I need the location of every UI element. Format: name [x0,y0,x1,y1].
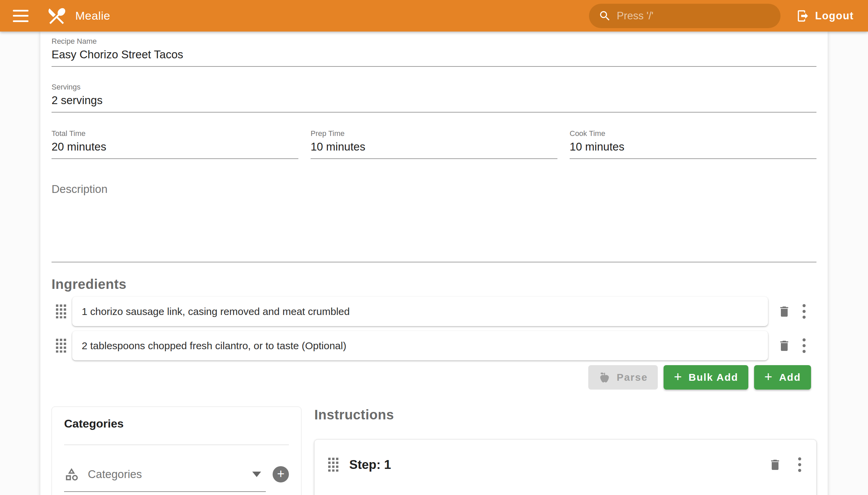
categories-select[interactable]: Categories + [64,466,289,484]
search-bar[interactable] [589,4,781,28]
apple-icon [598,371,611,383]
categories-select-label: Categories [88,468,252,481]
servings-label: Servings [52,82,816,92]
ingredient-menu-button[interactable] [801,303,807,320]
recipe-name-field[interactable]: Recipe Name Easy Chorizo Street Tacos [52,34,816,67]
plus-icon: + [674,370,682,383]
logout-label: Logout [815,10,854,22]
total-time-value[interactable]: 20 minutes [52,140,299,154]
delete-step-button[interactable] [768,458,782,472]
trash-icon [768,458,782,472]
total-time-label: Total Time [52,129,299,138]
instruction-step-card: Step: 1 Combine crumbled chorizo and chi… [314,439,816,495]
mealie-silverware-logo-icon [46,5,67,27]
drag-handle-icon[interactable] [56,305,66,319]
instructions-section: Instructions Step: 1 [314,407,816,495]
hamburger-menu-icon[interactable] [13,10,29,22]
drag-handle-icon[interactable] [56,339,66,353]
recipe-name-label: Recipe Name [52,37,816,46]
step-title: Step: 1 [349,458,768,472]
parse-label: Parse [617,372,648,383]
prep-time-value[interactable]: 10 minutes [310,140,558,154]
cook-time-value[interactable]: 10 minutes [569,140,816,154]
app-bar: Mealie Logout [0,0,868,32]
times-row: Total Time 20 minutes Prep Time 10 minut… [52,129,816,159]
ingredient-buttons-row: Parse + Bulk Add + Add [52,365,816,390]
add-category-button[interactable]: + [273,466,289,482]
search-icon [598,10,611,22]
cook-time-field[interactable]: Cook Time 10 minutes [569,129,816,159]
categories-card: Categories Categories + [52,407,302,495]
ingredient-text: 2 tablespoons chopped fresh cilantro, or… [82,340,346,352]
parse-button[interactable]: Parse [588,365,658,390]
ingredient-row: 2 tablespoons chopped fresh cilantro, or… [52,331,816,360]
servings-value[interactable]: 2 servings [52,93,816,107]
cook-time-label: Cook Time [569,129,816,138]
ingredient-actions [768,337,816,354]
add-label: Add [779,372,801,383]
shapes-icon [64,467,79,482]
trash-icon [778,339,791,353]
servings-field[interactable]: Servings 2 servings [52,82,816,113]
bulk-add-button[interactable]: + Bulk Add [664,365,748,390]
ingredient-row: 1 chorizo sausage link, casing removed a… [52,297,816,326]
search-input[interactable] [589,4,781,28]
ingredient-actions [768,303,816,320]
app-title[interactable]: Mealie [75,9,110,22]
description-label: Description [52,182,816,195]
recipe-name-value[interactable]: Easy Chorizo Street Tacos [52,48,816,62]
delete-ingredient-button[interactable] [778,339,791,353]
logout-button[interactable]: Logout [794,6,856,26]
ingredients-heading: Ingredients [52,277,816,292]
instructions-heading: Instructions [314,407,816,423]
recipe-edit-card: Recipe Name Easy Chorizo Street Tacos Se… [40,32,828,495]
bulk-add-label: Bulk Add [688,372,738,383]
divider [64,444,289,445]
prep-time-field[interactable]: Prep Time 10 minutes [310,129,558,159]
logout-icon [796,9,810,23]
lower-columns: Categories Categories + Instructions [52,407,816,495]
step-actions [768,456,803,473]
add-ingredient-button[interactable]: + Add [754,365,811,390]
drag-handle-icon[interactable] [328,458,338,472]
chevron-down-icon[interactable] [252,472,261,477]
ingredient-menu-button[interactable] [801,337,807,354]
step-menu-button[interactable] [797,456,803,473]
categories-title: Categories [64,417,289,430]
ingredient-text: 1 chorizo sausage link, casing removed a… [82,306,350,317]
description-field[interactable]: Description [52,182,816,262]
ingredient-input[interactable]: 2 tablespoons chopped fresh cilantro, or… [72,331,768,360]
step-header: Step: 1 [328,456,803,473]
plus-icon: + [764,370,773,383]
total-time-field[interactable]: Total Time 20 minutes [52,129,299,159]
select-underline [64,491,266,492]
delete-ingredient-button[interactable] [778,305,791,318]
ingredient-input[interactable]: 1 chorizo sausage link, casing removed a… [72,297,768,326]
trash-icon [778,305,791,318]
prep-time-label: Prep Time [310,129,558,138]
